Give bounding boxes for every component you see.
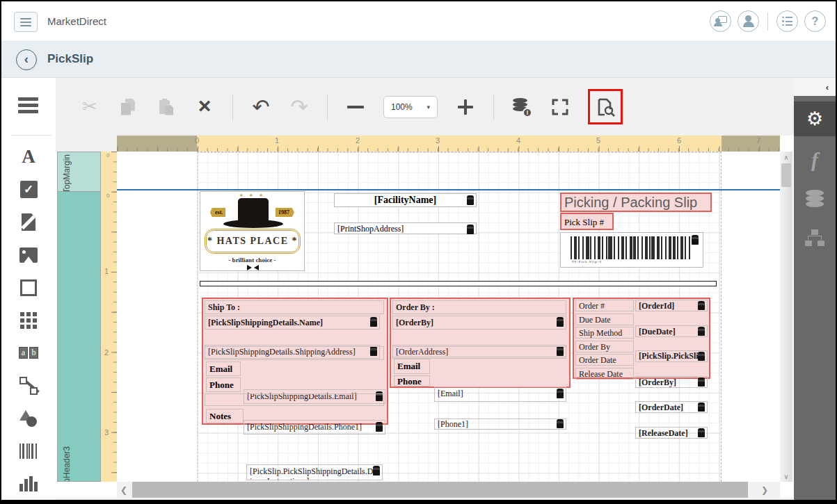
band-separator-line[interactable] [117,189,780,190]
horizontal-scrollbar[interactable]: ❮ ❯ [117,482,780,498]
ship-to-title: Ship To : [205,300,384,314]
order-phone-field[interactable]: [Phone1] [434,418,566,430]
slip-title-element[interactable]: Picking / Packing Slip [560,193,712,212]
redo-button[interactable]: ↷ [289,97,310,117]
list-menu-icon[interactable] [776,10,798,32]
plus-icon [458,99,473,115]
editor-toolbar: ✂ × ↶ ↷ 100% ▾ ! [56,78,794,136]
logo-badge: * HATS PLACE * [205,229,301,254]
settings-tab[interactable]: ⚙ [794,101,836,136]
shape-tool[interactable] [19,409,38,428]
hat-brim-icon [223,220,283,228]
palette-menu-icon[interactable] [18,97,38,113]
chart-tool[interactable] [19,474,38,493]
data-field-icon [692,235,699,245]
label-tool[interactable]: ab [19,343,38,362]
vertical-scrollbar[interactable]: ∧ ∨ [780,152,792,482]
zoom-in-button[interactable] [455,97,476,117]
delete-x-icon: × [198,95,212,120]
ruler-ticks [111,152,117,482]
paste-icon [159,99,173,115]
paste-button[interactable] [156,97,177,117]
facility-name-field[interactable]: [FacilityName] [334,193,477,207]
order-row-value[interactable]: [OrderBy] [635,376,708,388]
app-title: MarketDirect [47,15,106,27]
scroll-down-arrow[interactable]: ∨ [780,471,792,482]
barcode-icon [19,444,38,459]
print-shop-address-field[interactable]: [PrintShopAddress] [334,222,477,234]
back-chevron-icon: ‹ [24,51,29,67]
app-window: MarketDirect ? ‹ [1,1,836,500]
checkbox-tool[interactable]: ✓ [19,180,38,199]
undo-button[interactable]: ↶ [250,97,271,117]
ruler-number: 1 [104,267,109,275]
header-icons: ? [710,10,826,32]
image-tool[interactable] [19,245,38,264]
minus-icon [347,106,364,108]
order-row-value[interactable]: [OrderId] [635,300,708,311]
text-tool[interactable]: A [19,147,38,166]
rich-text-tool[interactable] [19,213,38,231]
screenshot-frame: MarketDirect ? ‹ [0,0,837,504]
panel-collapse-button[interactable]: ‹ [794,78,836,96]
data-field-icon [557,419,564,428]
data-source-tab[interactable] [794,184,836,214]
zoom-out-button[interactable] [345,97,366,117]
vertical-scroll-thumb[interactable] [781,163,791,187]
order-row-label: Due Date [575,314,634,325]
ship-name-field[interactable]: [PickSlipShippingDetails.Name] [205,316,380,330]
order-row-value[interactable]: [PickSlip.PickSlipShippingDetails] [635,350,708,362]
order-by-name-field[interactable]: [OrderBy] [392,316,566,330]
table-tool[interactable] [19,311,38,330]
scroll-up-arrow[interactable]: ∧ [780,152,792,163]
delete-button[interactable]: × [194,97,215,117]
pick-slip-number-label[interactable]: Pick Slip # [560,213,614,230]
empty-row [205,346,384,360]
divider-bar-element[interactable] [200,281,717,286]
back-button[interactable]: ‹ [16,49,37,70]
phone-label: Phone [206,377,241,392]
data-field-icon [698,403,705,412]
line-tool[interactable] [19,376,38,395]
fullscreen-button[interactable] [550,97,571,117]
account-icon[interactable] [738,10,759,32]
ruler-number: 0 [195,136,199,145]
email-label: Email [394,359,430,374]
scroll-left-arrow[interactable]: ❮ [117,482,131,498]
rectangle-tool[interactable] [19,278,38,297]
functions-tab[interactable]: f [794,145,836,175]
est-ribbon: est. [210,208,225,217]
barcode-caption: 99-Pick Slip-0 [572,260,602,263]
ship-notes-field[interactable]: [PickSlip.PickSlipShippingDetails.Delive… [246,464,383,480]
structure-tab[interactable] [794,222,836,253]
preview-button[interactable] [595,97,616,117]
top-hat-icon [238,198,269,221]
toolbar-divider [232,94,233,120]
barcode-element[interactable]: 99-Pick Slip-0 [560,232,703,268]
order-row-value[interactable]: [ReleaseDate] [635,427,708,439]
order-row-value[interactable]: [OrderDate] [635,401,708,413]
line-icon [19,377,38,395]
menu-toggle-button[interactable] [14,12,38,32]
ship-phone-field[interactable]: [PickSlipShippingDetails.Phone1] [244,420,385,434]
band-group-header[interactable]: GroupHeader3 [57,192,101,482]
ship-to-section[interactable]: Ship To : [PickSlipShippingDetails.Name]… [202,298,388,425]
logo-name: * HATS PLACE * [207,236,298,247]
logo-image-element[interactable]: ★ ★ ★ est. 1987 * HATS PLACE * - brillia… [200,191,305,271]
scroll-right-arrow[interactable]: ❯ [758,482,772,498]
order-by-section[interactable]: Order By : [OrderBy] [OrderAddress] Emai… [390,298,571,388]
support-chat-icon[interactable] [710,10,731,32]
zoom-select[interactable]: 100% ▾ [383,96,438,118]
order-email-field[interactable]: [Email] [434,387,566,402]
order-info-table[interactable]: Order # [OrderId] Due Date [DueDate] Shi… [573,298,710,379]
copy-button[interactable] [118,97,138,117]
properties-panel: ‹ ⚙ f [794,78,836,500]
horizontal-scroll-thumb[interactable] [132,482,748,498]
data-validation-button[interactable]: ! [511,97,532,117]
help-icon[interactable]: ? [804,10,826,32]
cut-button[interactable]: ✂ [79,97,100,117]
band-top-margin[interactable]: TopMargin [57,152,101,192]
barcode-tool[interactable] [19,441,38,460]
order-row-value[interactable]: [DueDate] [635,325,708,337]
page-content[interactable]: ★ ★ ★ est. 1987 * HATS PLACE * - brillia… [117,152,780,482]
